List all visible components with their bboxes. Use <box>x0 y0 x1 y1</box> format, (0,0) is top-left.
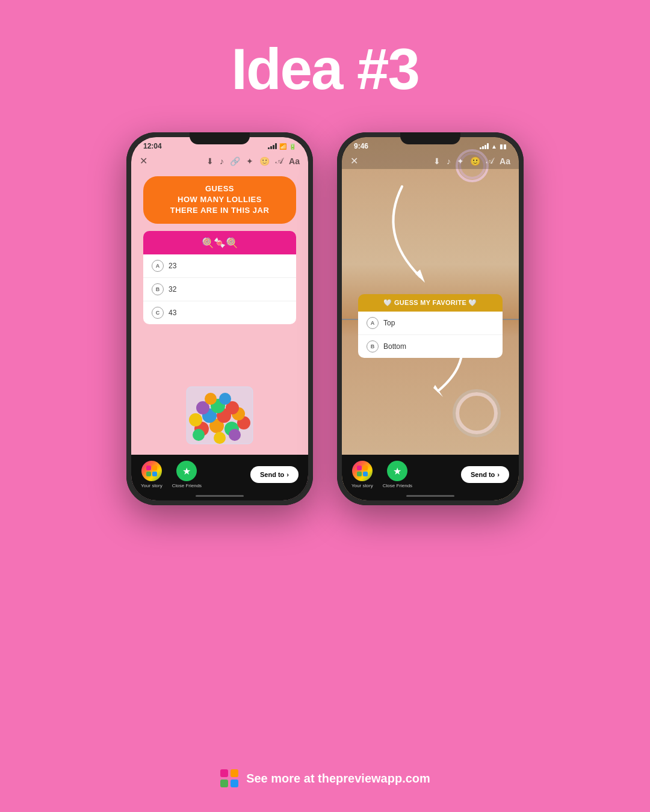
your-story-label-2: Your story <box>351 483 373 488</box>
svg-point-15 <box>229 429 241 441</box>
quiz-options: A 23 B 32 C 43 <box>143 254 296 324</box>
phone2-home-indicator <box>406 495 454 497</box>
svg-rect-24 <box>363 466 368 470</box>
phone1-notch <box>190 132 250 144</box>
guess-option-a[interactable]: A Top <box>358 312 503 335</box>
sparkle-icon-2[interactable]: ✦ <box>457 156 464 166</box>
your-story-action[interactable]: Your story <box>141 461 162 488</box>
option-circle-b: B <box>152 283 164 295</box>
footer: See more at thepreviewapp.com <box>0 769 650 788</box>
phone2-bottom-bar: Your story ★ Close Friends Send to › <box>342 455 519 500</box>
signal-icon-2 <box>480 143 489 149</box>
guess-circle-a: A <box>367 317 379 329</box>
svg-point-12 <box>205 393 217 405</box>
text-icon-2[interactable]: Aa <box>500 156 510 166</box>
phone1-status-icons: 📶 🔋 <box>268 143 296 150</box>
guess-quiz-widget: 🤍 GUESS MY FAVORITE 🤍 A Top B Bottom <box>358 294 503 358</box>
svg-rect-18 <box>152 466 157 470</box>
phone2-toolbar-icons: ⬇ ♪ ✦ 🙂 𝒜 Aa <box>433 156 510 166</box>
option-circle-c: C <box>152 307 164 319</box>
close-friends-icon-2: ★ <box>387 461 407 481</box>
signal-icon <box>268 143 277 149</box>
svg-point-5 <box>189 413 202 426</box>
guess-b-value: Bottom <box>383 342 406 351</box>
svg-point-14 <box>193 429 205 441</box>
quiz-option-c[interactable]: C 43 <box>143 301 296 324</box>
brush-icon-2[interactable]: 𝒜 <box>486 156 494 166</box>
phone-1: 12:04 📶 🔋 ✕ <box>126 132 313 505</box>
close-friends-icon: ★ <box>176 461 197 481</box>
music-icon-2[interactable]: ♪ <box>447 156 451 166</box>
chevron-right-icon: › <box>286 471 289 478</box>
svg-point-13 <box>219 393 231 405</box>
phone2-screen: 9:46 ▲ ▮▮ <box>342 137 519 500</box>
chevron-right-icon-2: › <box>497 471 500 478</box>
quiz-title-bubble: GUESS HOW MANY LOLLIES THERE ARE IN THIS… <box>143 176 296 224</box>
svg-rect-29 <box>220 780 228 787</box>
svg-rect-30 <box>231 780 238 787</box>
svg-rect-28 <box>231 769 238 777</box>
wifi-icon: 📶 <box>279 143 286 150</box>
svg-rect-20 <box>152 472 157 476</box>
close-friends-label-2: Close Friends <box>383 483 412 488</box>
phone2-time: 9:46 <box>354 142 368 150</box>
send-to-label-2: Send to <box>471 471 495 478</box>
phones-container: 12:04 📶 🔋 ✕ <box>0 132 650 505</box>
music-icon[interactable]: ♪ <box>220 156 224 166</box>
guess-a-value: Top <box>383 319 395 327</box>
phone2-status-icons: ▲ ▮▮ <box>480 143 507 150</box>
link-icon[interactable]: 🔗 <box>230 156 240 166</box>
wifi-icon-2: ▲ <box>491 143 497 150</box>
phone1-home-indicator <box>196 495 244 497</box>
face-icon[interactable]: 🙂 <box>259 156 270 166</box>
quiz-option-b[interactable]: B 32 <box>143 278 296 301</box>
close-icon-2[interactable]: ✕ <box>350 155 358 167</box>
close-friends-action[interactable]: ★ Close Friends <box>172 461 202 488</box>
svg-rect-26 <box>363 472 368 476</box>
phone2-notch <box>400 132 460 144</box>
send-to-button[interactable]: Send to › <box>250 466 299 483</box>
your-story-label: Your story <box>141 483 162 488</box>
guess-quiz-options: A Top B Bottom <box>358 312 503 358</box>
guess-quiz-header: 🤍 GUESS MY FAVORITE 🤍 <box>358 294 503 312</box>
guess-quiz-title: 🤍 GUESS MY FAVORITE 🤍 <box>383 299 477 306</box>
sparkle-icon[interactable]: ✦ <box>246 156 253 166</box>
your-story-icon <box>141 461 162 481</box>
quiz-option-a[interactable]: A 23 <box>143 254 296 278</box>
phone1-toolbar-icons: ⬇ ♪ 🔗 ✦ 🙂 𝒜 Aa <box>206 156 300 166</box>
your-story-icon-2 <box>352 461 373 481</box>
svg-point-16 <box>214 432 226 444</box>
brush-icon[interactable]: 𝒜 <box>276 156 283 166</box>
phone2-toolbar: ✕ ⬇ ♪ ✦ 🙂 𝒜 Aa <box>342 153 519 169</box>
guess-circle-b: B <box>367 340 379 352</box>
battery-icon: 🔋 <box>289 143 296 150</box>
page-title: Idea #3 <box>0 0 650 102</box>
quiz-emoji: 🍭🍬🍭 <box>202 238 238 248</box>
phone-2: 9:46 ▲ ▮▮ <box>337 132 524 505</box>
phone1-time: 12:04 <box>143 142 162 150</box>
text-icon[interactable]: Aa <box>289 156 300 166</box>
quiz-header-bar: 🍭🍬🍭 <box>143 231 296 254</box>
phone1-screen: 12:04 📶 🔋 ✕ <box>131 137 308 500</box>
phone2-bottom-actions: Your story ★ Close Friends <box>351 461 412 488</box>
battery-icon-2: ▮▮ <box>500 143 507 150</box>
your-story-action-2[interactable]: Your story <box>351 461 373 488</box>
phone1-bottom-bar: Your story ★ Close Friends Send to › <box>131 455 308 500</box>
guess-option-b[interactable]: B Bottom <box>358 335 503 358</box>
close-icon[interactable]: ✕ <box>140 155 147 167</box>
face-icon-2[interactable]: 🙂 <box>470 156 480 166</box>
svg-rect-23 <box>357 466 362 470</box>
footer-text: See more at thepreviewapp.com <box>246 772 430 786</box>
arrows-overlay <box>342 137 519 446</box>
option-a-value: 23 <box>169 262 176 270</box>
candy-image <box>175 351 265 449</box>
svg-rect-17 <box>146 466 151 470</box>
download-icon[interactable]: ⬇ <box>206 156 214 166</box>
send-to-button-2[interactable]: Send to › <box>461 466 509 483</box>
option-circle-a: A <box>152 260 164 272</box>
download-icon-2[interactable]: ⬇ <box>433 156 441 166</box>
svg-rect-27 <box>220 769 228 777</box>
svg-rect-19 <box>146 472 151 476</box>
phone1-bottom-actions: Your story ★ Close Friends <box>141 461 202 488</box>
close-friends-action-2[interactable]: ★ Close Friends <box>383 461 412 488</box>
